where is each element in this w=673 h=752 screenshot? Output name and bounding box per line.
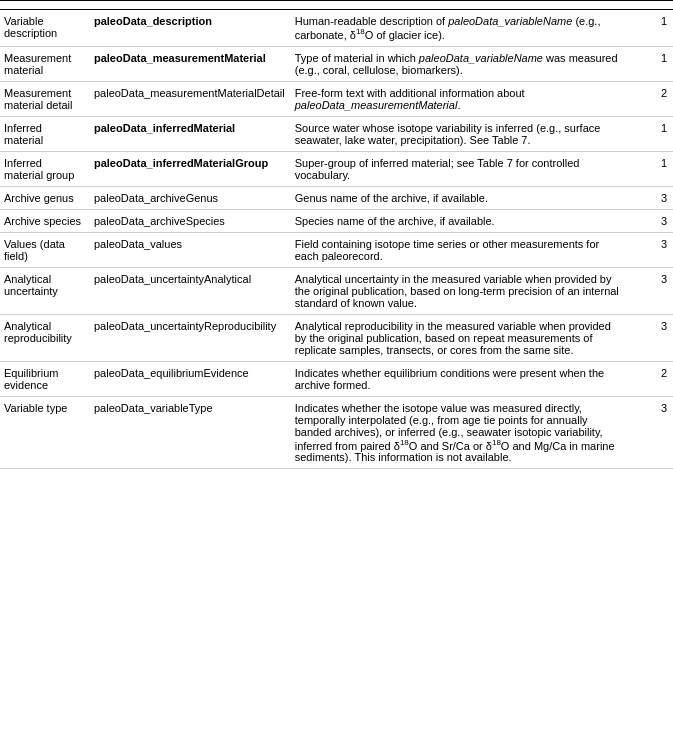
cell-qc: 1	[630, 10, 673, 47]
cell-description: Type of material in which paleoData_vari…	[291, 46, 630, 81]
cell-qc: 1	[630, 151, 673, 186]
table-row: Measurement materialpaleoData_measuremen…	[0, 46, 673, 81]
header-qc	[630, 1, 673, 10]
cell-fieldname: paleoData_inferredMaterial	[90, 116, 291, 151]
cell-variable: Measurement material	[0, 46, 90, 81]
cell-description: Field containing isotope time series or …	[291, 232, 630, 267]
header-description	[291, 1, 630, 10]
cell-variable: Analytical uncertainty	[0, 267, 90, 314]
cell-variable: Inferred material group	[0, 151, 90, 186]
cell-fieldname: paleoData_equilibriumEvidence	[90, 361, 291, 396]
cell-description: Species name of the archive, if availabl…	[291, 209, 630, 232]
table-row: Variable typepaleoData_variableTypeIndic…	[0, 396, 673, 469]
cell-description: Super-group of inferred material; see Ta…	[291, 151, 630, 186]
cell-description: Free-form text with additional informati…	[291, 81, 630, 116]
header-variable	[0, 1, 90, 10]
cell-fieldname: paleoData_uncertaintyReproducibility	[90, 314, 291, 361]
table-row: Inferred materialpaleoData_inferredMater…	[0, 116, 673, 151]
cell-fieldname: paleoData_uncertaintyAnalytical	[90, 267, 291, 314]
cell-fieldname: paleoData_inferredMaterialGroup	[90, 151, 291, 186]
cell-fieldname: paleoData_description	[90, 10, 291, 47]
cell-variable: Analytical reproducibility	[0, 314, 90, 361]
cell-description: Human-readable description of paleoData_…	[291, 10, 630, 47]
table-row: Archive genuspaleoData_archiveGenusGenus…	[0, 186, 673, 209]
cell-description: Indicates whether the isotope value was …	[291, 396, 630, 469]
cell-fieldname: paleoData_measurementMaterial	[90, 46, 291, 81]
cell-variable: Measurement material detail	[0, 81, 90, 116]
cell-qc: 2	[630, 81, 673, 116]
cell-description: Source water whose isotope variability i…	[291, 116, 630, 151]
cell-qc: 3	[630, 186, 673, 209]
cell-qc: 3	[630, 314, 673, 361]
cell-fieldname: paleoData_archiveGenus	[90, 186, 291, 209]
cell-variable: Values (data field)	[0, 232, 90, 267]
cell-variable: Variable type	[0, 396, 90, 469]
cell-qc: 1	[630, 116, 673, 151]
table-row: Variable descriptionpaleoData_descriptio…	[0, 10, 673, 47]
cell-description: Indicates whether equilibrium conditions…	[291, 361, 630, 396]
cell-description: Genus name of the archive, if available.	[291, 186, 630, 209]
cell-description: Analytical uncertainty in the measured v…	[291, 267, 630, 314]
cell-qc: 2	[630, 361, 673, 396]
cell-variable: Inferred material	[0, 116, 90, 151]
cell-description: Analytical reproducibility in the measur…	[291, 314, 630, 361]
cell-qc: 3	[630, 267, 673, 314]
cell-variable: Archive species	[0, 209, 90, 232]
cell-fieldname: paleoData_variableType	[90, 396, 291, 469]
table-row: Measurement material detailpaleoData_mea…	[0, 81, 673, 116]
header-fieldname	[90, 1, 291, 10]
cell-variable: Archive genus	[0, 186, 90, 209]
table-row: Values (data field)paleoData_valuesField…	[0, 232, 673, 267]
main-table: Variable descriptionpaleoData_descriptio…	[0, 0, 673, 469]
cell-qc: 3	[630, 396, 673, 469]
cell-fieldname: paleoData_archiveSpecies	[90, 209, 291, 232]
cell-variable: Equilibrium evidence	[0, 361, 90, 396]
cell-qc: 3	[630, 232, 673, 267]
cell-qc: 1	[630, 46, 673, 81]
table-row: Inferred material grouppaleoData_inferre…	[0, 151, 673, 186]
table-row: Analytical uncertaintypaleoData_uncertai…	[0, 267, 673, 314]
cell-fieldname: paleoData_values	[90, 232, 291, 267]
cell-variable: Variable description	[0, 10, 90, 47]
table-row: Archive speciespaleoData_archiveSpeciesS…	[0, 209, 673, 232]
table-row: Equilibrium evidencepaleoData_equilibriu…	[0, 361, 673, 396]
cell-qc: 3	[630, 209, 673, 232]
cell-fieldname: paleoData_measurementMaterialDetail	[90, 81, 291, 116]
table-row: Analytical reproducibilitypaleoData_unce…	[0, 314, 673, 361]
